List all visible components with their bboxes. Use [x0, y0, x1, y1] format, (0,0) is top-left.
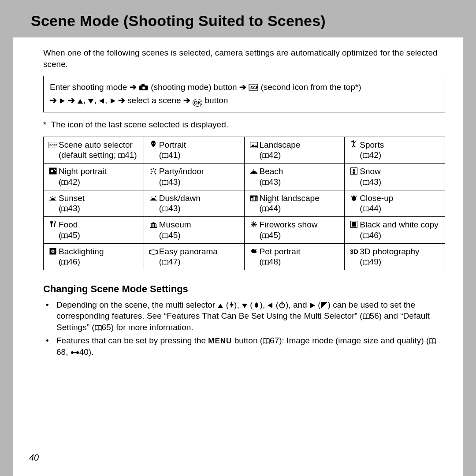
scene-label: Backlighting	[59, 247, 104, 256]
food-icon	[47, 219, 59, 241]
svg-marker-5	[60, 98, 65, 104]
scene-ref: (49)	[360, 257, 381, 266]
text: 68,	[56, 347, 71, 357]
scene-cell: Close-up(44)	[345, 190, 445, 217]
scene-ref: (44)	[260, 204, 281, 213]
scene-ref: (default setting; 41)	[59, 150, 137, 160]
scene-label: Black and white copy	[360, 220, 439, 229]
scene-icon: SCENE	[249, 84, 258, 91]
sports-icon	[348, 140, 360, 161]
scene-label: 3D photography	[360, 247, 419, 256]
svg-marker-6	[78, 99, 83, 104]
nav-text: button	[205, 96, 228, 105]
svg-point-2	[142, 87, 145, 89]
scene-cell: Sports(42)	[345, 137, 445, 164]
scene-cell: Snow(43)	[345, 164, 445, 190]
footnote-text: The icon of the last scene selected is d…	[51, 120, 228, 129]
scene-ref: (42)	[360, 150, 381, 160]
page-number: 40	[29, 453, 39, 463]
subheading: Changing Scene Mode Settings	[43, 283, 445, 296]
svg-marker-9	[111, 98, 115, 104]
svg-point-13	[152, 143, 153, 144]
svg-point-26	[150, 169, 152, 170]
scene-ref: (41)	[159, 150, 181, 160]
triangle-down-icon	[88, 99, 94, 104]
svg-point-22	[51, 170, 53, 172]
svg-marker-91	[310, 303, 315, 308]
scene-cell: Landscape(42)	[244, 137, 345, 164]
svg-point-72	[253, 223, 255, 225]
scene-ref: (45)	[59, 231, 80, 240]
footnote-mark: *	[43, 120, 46, 129]
scene-cell: Black and white copy(46)	[345, 217, 445, 244]
pet-icon	[248, 246, 260, 268]
arrow-right-icon: ➔	[118, 96, 125, 105]
portrait-icon	[148, 140, 159, 161]
scene-ref: (43)	[159, 177, 181, 186]
scene-cell: Easy panorama(47)	[144, 243, 244, 270]
triangle-up-icon	[217, 303, 223, 309]
snow-icon	[348, 166, 360, 187]
scene-label: Beach	[260, 167, 283, 176]
scene-ref: (47)	[159, 257, 181, 266]
svg-marker-61	[150, 222, 156, 224]
book-icon	[263, 338, 270, 344]
scene-cell: 3D3D photography(49)	[345, 243, 445, 270]
ok-button-icon: OK	[193, 99, 202, 107]
beach-icon	[248, 166, 260, 187]
scene-cell: Fireworks show(45)	[244, 217, 345, 244]
svg-point-29	[151, 171, 152, 172]
svg-point-46	[155, 196, 156, 197]
scene-cell: Backlighting(46)	[44, 243, 144, 270]
arrow-right-icon: ➔	[239, 82, 246, 92]
svg-marker-7	[88, 99, 93, 104]
svg-point-32	[155, 173, 156, 175]
arrow-right-icon: ➔	[183, 96, 190, 105]
scene-ref: (45)	[260, 231, 281, 240]
scene-ref: (42)	[260, 150, 281, 160]
page-title: Scene Mode (Shooting Suited to Scenes)	[31, 12, 463, 30]
scene-cell: Dusk/dawn(43)	[144, 190, 244, 217]
scene-cell: Night landscape(44)	[244, 190, 345, 217]
back-icon	[47, 246, 59, 268]
triangle-left-icon	[267, 302, 273, 309]
svg-rect-24	[55, 170, 56, 171]
title-bar: Scene Mode (Shooting Suited to Scenes)	[13, 0, 463, 37]
nav-text: Enter shooting mode	[50, 82, 130, 92]
scene-icon: SCENE	[47, 140, 59, 161]
scene-cell: Pet portrait(48)	[244, 243, 345, 270]
nightl-icon	[248, 193, 260, 214]
svg-marker-8	[99, 98, 104, 104]
svg-point-37	[353, 169, 355, 171]
svg-point-31	[150, 173, 152, 174]
scene-cell: SCENEScene auto selector(default setting…	[44, 137, 144, 164]
svg-marker-86	[242, 304, 247, 308]
scene-ref: (48)	[260, 257, 281, 266]
scene-label: Close-up	[360, 193, 393, 203]
scene-table: SCENEScene auto selector(default setting…	[43, 137, 445, 271]
scene-ref: (44)	[360, 204, 381, 213]
text: 65) for more information.	[102, 323, 193, 332]
svg-point-28	[155, 169, 156, 171]
svg-text:SCENE: SCENE	[250, 86, 258, 90]
book-icon	[429, 338, 436, 344]
arrow-right-icon: ➔	[50, 96, 57, 105]
book-icon	[95, 325, 102, 331]
3d-icon: 3D	[348, 246, 360, 268]
svg-line-42	[50, 197, 51, 198]
scene-label: Landscape	[260, 140, 301, 149]
scene-label: Snow	[360, 167, 381, 176]
text: Depending on the scene, the multi select…	[56, 300, 217, 309]
scene-label: Sunset	[59, 193, 85, 203]
reference-icon	[71, 350, 79, 356]
scene-label: Food	[59, 220, 78, 229]
scene-label: Easy panorama	[159, 247, 218, 256]
landscape-icon	[248, 140, 260, 161]
svg-rect-1	[141, 84, 145, 86]
svg-point-14	[154, 143, 155, 144]
intro-text: When one of the following scenes is sele…	[43, 47, 445, 70]
triangle-right-icon	[309, 302, 316, 309]
text: 67): Image mode (image size and quality)…	[270, 336, 429, 345]
nav-text: (shooting mode) button	[151, 82, 239, 92]
bullet-item: Features that can be set by pressing the…	[56, 335, 445, 358]
